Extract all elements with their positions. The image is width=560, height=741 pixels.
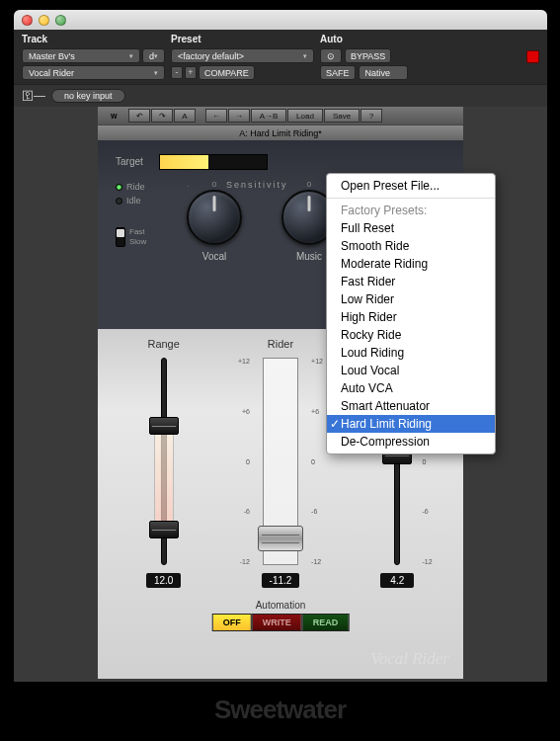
- minimize-icon[interactable]: [39, 15, 49, 26]
- range-label: Range: [147, 338, 179, 350]
- ride-led-icon: [116, 184, 122, 191]
- auto-enable-button[interactable]: ⊙: [320, 48, 342, 63]
- key-icon: ⚿—: [22, 89, 45, 103]
- prev-button[interactable]: ←: [205, 109, 227, 123]
- track-select[interactable]: Master Bv's▾: [22, 48, 140, 63]
- plugin-toolbar: W ↶ ↷ A ← → A→B Load Save ?: [98, 107, 463, 124]
- fast-label: Fast: [129, 227, 146, 237]
- menu-preset-item[interactable]: De-Compression: [327, 433, 495, 451]
- bypass-button[interactable]: BYPASS: [345, 48, 391, 63]
- rider-label: Rider: [268, 338, 293, 350]
- ride-label: Ride: [126, 182, 145, 192]
- plugin-brand: Vocal Rider: [370, 649, 449, 669]
- save-button[interactable]: Save: [324, 109, 360, 123]
- target-label: Target: [116, 156, 143, 167]
- menu-preset-item[interactable]: High Rider: [327, 308, 495, 326]
- slow-label: Slow: [129, 237, 146, 247]
- titlebar: [14, 10, 547, 30]
- menu-preset-item[interactable]: Loud Riding: [327, 344, 495, 362]
- range-meter: [154, 427, 174, 526]
- menu-section-header: Factory Presets:: [327, 202, 495, 219]
- insert-select[interactable]: Vocal Rider▾: [22, 65, 165, 80]
- preset-name-display[interactable]: A: Hard Limit Riding*: [98, 124, 463, 140]
- track-label: Track: [22, 34, 165, 44]
- redo-button[interactable]: ↷: [151, 109, 173, 123]
- music-label: Music: [296, 251, 322, 262]
- host-header: Track Master Bv's▾ d▾ Vocal Rider▾ Prese…: [14, 30, 547, 84]
- key-input-bar: ⚿— no key input: [14, 84, 547, 107]
- setup-a-button[interactable]: A: [174, 109, 196, 123]
- menu-preset-item[interactable]: Full Reset: [327, 219, 495, 237]
- menu-preset-item[interactable]: Smooth Ride: [327, 237, 495, 255]
- preset-select[interactable]: <factory default>▾: [171, 48, 314, 63]
- load-button[interactable]: Load: [287, 109, 323, 123]
- automation-read-button[interactable]: READ: [302, 614, 350, 631]
- menu-preset-item[interactable]: Rocky Ride: [327, 326, 495, 344]
- vocal-label: Vocal: [202, 251, 226, 262]
- menu-preset-item[interactable]: Hard Limit Riding: [327, 415, 495, 433]
- preset-label: Preset: [171, 34, 314, 44]
- range-value[interactable]: 12.0: [146, 573, 181, 588]
- target-meter[interactable]: [159, 154, 268, 170]
- menu-preset-item[interactable]: Low Rider: [327, 290, 495, 308]
- zoom-icon[interactable]: [55, 15, 66, 26]
- speed-switch[interactable]: [116, 227, 125, 247]
- format-select[interactable]: Native: [359, 65, 408, 80]
- idle-led-icon: [116, 198, 122, 205]
- watermark: Sweetwater: [214, 695, 346, 725]
- menu-preset-item[interactable]: Fast Rider: [327, 273, 495, 290]
- automation-off-button[interactable]: OFF: [212, 614, 252, 631]
- range-max-fader[interactable]: [149, 417, 179, 435]
- idle-label: Idle: [126, 196, 141, 206]
- vocal-knob[interactable]: [187, 190, 242, 245]
- auto-label: Auto: [320, 34, 439, 44]
- ab-button[interactable]: A→B: [251, 109, 286, 123]
- menu-separator: [327, 198, 495, 199]
- menu-preset-item[interactable]: Loud Vocal: [327, 362, 495, 379]
- close-icon[interactable]: [22, 15, 33, 26]
- undo-button[interactable]: ↶: [128, 109, 150, 123]
- preset-next-button[interactable]: +: [185, 66, 197, 79]
- range-min-fader[interactable]: [149, 521, 179, 538]
- menu-open-preset-file[interactable]: Open Preset File...: [327, 177, 495, 195]
- mode-indicators: Ride Idle: [116, 182, 145, 209]
- help-button[interactable]: ?: [360, 109, 382, 123]
- menu-preset-item[interactable]: Smart Attenuator: [327, 397, 495, 415]
- track-slot-select[interactable]: d▾: [142, 48, 165, 63]
- menu-preset-item[interactable]: Auto VCA: [327, 379, 495, 397]
- preset-context-menu: Open Preset File... Factory Presets: Ful…: [326, 173, 496, 454]
- waves-logo-icon: W: [100, 113, 127, 120]
- menu-preset-item[interactable]: Moderate Riding: [327, 255, 495, 273]
- safe-button[interactable]: SAFE: [320, 65, 356, 80]
- automation-label: Automation: [212, 600, 350, 611]
- output-value[interactable]: 4.2: [380, 573, 414, 588]
- rider-fader[interactable]: [258, 526, 303, 551]
- record-indicator-icon[interactable]: [526, 50, 539, 63]
- compare-button[interactable]: COMPARE: [199, 65, 255, 80]
- rider-value[interactable]: -11.2: [262, 573, 300, 588]
- next-button[interactable]: →: [228, 109, 250, 123]
- key-input-select[interactable]: no key input: [51, 89, 125, 103]
- preset-prev-button[interactable]: -: [171, 66, 183, 79]
- automation-write-button[interactable]: WRITE: [252, 614, 302, 631]
